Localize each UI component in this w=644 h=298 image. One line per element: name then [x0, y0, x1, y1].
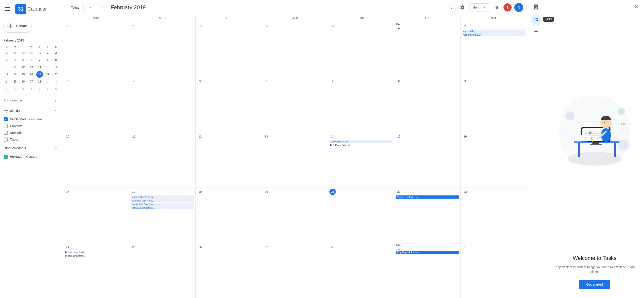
cal-cell-feb13[interactable]: 13: [262, 132, 328, 187]
event-brian-li[interactable]: 3:40pm Brian Li: [330, 144, 393, 147]
event-islander-day[interactable]: Islander Day (Princ...: [130, 199, 194, 202]
search-button[interactable]: [446, 3, 455, 12]
day-number[interactable]: 18: [130, 189, 137, 195]
mini-day[interactable]: 31: [36, 49, 43, 56]
day-number[interactable]: 13: [263, 133, 270, 140]
mini-day[interactable]: 24: [4, 78, 10, 85]
calendar-checkbox-nicole[interactable]: ✓: [4, 117, 8, 121]
cal-cell-feb25[interactable]: 25: [129, 243, 196, 298]
day-number[interactable]: 28: [130, 23, 137, 29]
day-number[interactable]: 7: [330, 78, 336, 84]
avatar[interactable]: N: [514, 3, 523, 12]
day-number[interactable]: 10: [64, 133, 71, 140]
day-number[interactable]: 11: [130, 133, 137, 140]
day-number[interactable]: 12: [197, 133, 203, 140]
mini-day[interactable]: 15: [44, 64, 51, 71]
mini-cal-prev-button[interactable]: ‹: [45, 37, 52, 44]
settings-button[interactable]: [458, 3, 467, 12]
event-pay-deposit[interactable]: Pay Deposit for Ha...: [396, 251, 459, 254]
mini-day[interactable]: 6: [28, 57, 35, 63]
day-number[interactable]: 27: [64, 23, 71, 29]
day-number[interactable]: 31: [330, 23, 336, 29]
mini-day[interactable]: 9: [53, 57, 60, 63]
mini-day[interactable]: 3: [4, 57, 10, 63]
other-calendars-header[interactable]: Other calendars: [2, 143, 61, 153]
day-number[interactable]: 19: [197, 189, 203, 195]
mini-day[interactable]: 30: [28, 49, 35, 56]
create-button[interactable]: Create: [4, 20, 32, 33]
my-calendars-collapse-button[interactable]: [52, 107, 59, 114]
day-number[interactable]: 20: [263, 189, 270, 195]
day-number[interactable]: 3: [64, 78, 71, 84]
cal-cell-feb6[interactable]: 6: [262, 77, 328, 132]
today-button[interactable]: Today: [67, 4, 84, 11]
event-elena-bday[interactable]: elena bday: [462, 30, 526, 33]
cal-cell-feb20[interactable]: 20: [262, 188, 328, 243]
mini-day[interactable]: 22: [44, 71, 51, 78]
event-family-day[interactable]: Family Day (region...: [130, 195, 194, 199]
calendar-checkbox-contacts[interactable]: [4, 124, 8, 128]
cal-cell-feb3[interactable]: 3: [63, 77, 129, 132]
day-number[interactable]: 17: [64, 189, 71, 195]
mini-day[interactable]: 2: [53, 49, 60, 56]
event-louis-riel-day[interactable]: Louis Riel Day (Ma...: [130, 203, 194, 206]
cal-cell-feb11[interactable]: 11: [129, 132, 196, 187]
cal-cell-mar2[interactable]: 2: [461, 243, 527, 298]
my-calendars-header[interactable]: My calendars: [2, 106, 61, 116]
get-started-button[interactable]: Get started: [579, 280, 610, 289]
hamburger-menu-button[interactable]: [2, 4, 12, 15]
mini-day[interactable]: 1: [44, 49, 51, 56]
cal-cell-feb1[interactable]: Feb 1: [394, 22, 460, 77]
calendar-checkbox-holidays[interactable]: ✓: [4, 155, 8, 159]
add-task-button[interactable]: +: [532, 27, 541, 36]
day-number[interactable]: 30: [263, 23, 270, 29]
cal-cell-feb28[interactable]: 28: [328, 243, 394, 298]
mini-day[interactable]: 7: [36, 85, 43, 92]
calendar-item-nicole[interactable]: ✓ Nicole Martins Ferreira: [2, 116, 61, 123]
other-calendars-collapse-button[interactable]: [52, 145, 59, 151]
day-number[interactable]: 28: [330, 244, 336, 250]
notification-badge[interactable]: 1: [504, 4, 512, 12]
calendar-item-holidays[interactable]: ✓ Holidays in Canada: [2, 153, 61, 160]
mini-day[interactable]: 13: [28, 64, 35, 71]
mini-day[interactable]: 14: [36, 64, 43, 71]
mini-day[interactable]: 9: [53, 85, 60, 92]
mini-day[interactable]: 19: [20, 71, 26, 78]
day-number[interactable]: 2: [462, 244, 468, 250]
cal-cell-feb17[interactable]: 17: [63, 188, 129, 243]
event-yukon-heritage[interactable]: Yukon Heritage Da...: [396, 195, 459, 199]
contacts-panel-button[interactable]: [531, 2, 542, 13]
cal-cell-feb18[interactable]: 18 Family Day (region... Islander Day (P…: [129, 188, 196, 243]
day-number[interactable]: 8: [396, 78, 402, 84]
cal-cell-mar1[interactable]: Mar 1 Pay Deposit for Ha...: [394, 243, 460, 298]
mini-day[interactable]: 5: [20, 57, 26, 63]
mini-day[interactable]: 18: [12, 71, 18, 78]
mini-day[interactable]: 16: [53, 64, 60, 71]
mini-day[interactable]: 4: [12, 85, 18, 92]
day-number[interactable]: 25: [130, 244, 137, 250]
day-number[interactable]: 4: [130, 78, 137, 84]
cal-cell-feb19[interactable]: 19: [196, 188, 262, 243]
mini-day[interactable]: 28: [36, 78, 43, 85]
day-number[interactable]: 15: [396, 133, 402, 140]
cal-cell-jan30[interactable]: 30: [262, 22, 328, 77]
mini-day[interactable]: 20: [28, 71, 35, 78]
mini-cal-next-button[interactable]: ›: [52, 37, 59, 44]
event-nova-scotia[interactable]: Nova Scotia Herita...: [130, 206, 194, 209]
cal-cell-feb16[interactable]: 16: [461, 132, 527, 187]
cal-cell-feb14[interactable]: 14 Valentine's Day 3:40pm Brian Li: [328, 132, 394, 187]
day-number[interactable]: 16: [462, 133, 468, 140]
calendar-item-contacts[interactable]: Contacts: [2, 123, 61, 129]
mini-day[interactable]: 2: [53, 78, 60, 85]
day-number[interactable]: 14: [330, 133, 336, 140]
next-month-button[interactable]: ›: [98, 3, 107, 12]
cal-cell-feb8[interactable]: 8: [394, 77, 460, 132]
event-valentines-day[interactable]: Valentine's Day: [330, 140, 393, 143]
mini-day[interactable]: 7: [36, 57, 43, 63]
cal-cell-feb23[interactable]: 23: [461, 188, 527, 243]
cal-cell-feb10[interactable]: 10: [63, 132, 129, 187]
mini-day[interactable]: 6: [28, 85, 35, 92]
mini-day[interactable]: 12: [20, 64, 26, 71]
mini-day[interactable]: 26: [20, 78, 26, 85]
mini-day[interactable]: 8: [44, 85, 51, 92]
